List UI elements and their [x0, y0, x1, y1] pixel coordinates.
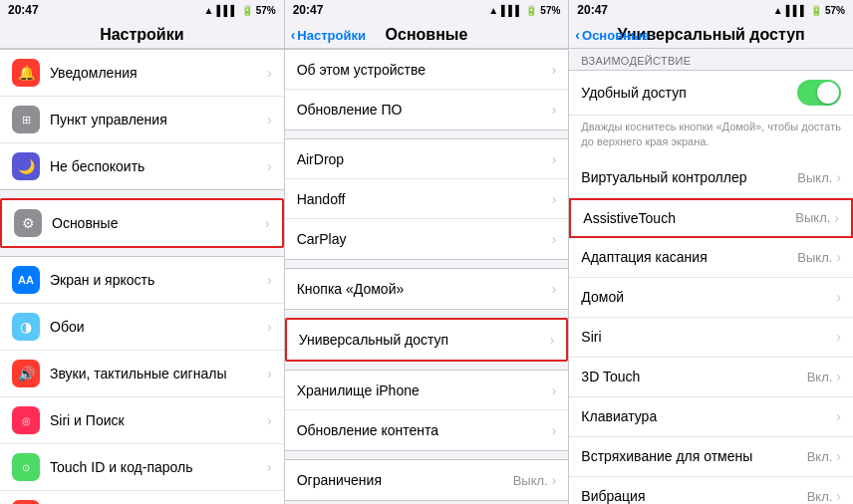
time-1: 20:47 — [8, 3, 39, 17]
wallpaper-label: Обои — [50, 319, 267, 335]
general-group-3: Кнопка «Домой» › — [285, 268, 569, 310]
convenient-toggle[interactable] — [797, 80, 841, 106]
battery-pct-2: 57% — [540, 5, 560, 16]
settings-item-dnd[interactable]: 🌙 Не беспокоить › — [0, 143, 284, 189]
settings-item-control-center[interactable]: ⊞ Пункт управления › — [0, 97, 284, 143]
accessibility-item-shake[interactable]: Встряхивание для отмены Вкл. › — [569, 437, 853, 477]
dnd-label: Не беспокоить — [50, 158, 267, 174]
general-item-storage[interactable]: Хранилище iPhone › — [285, 371, 569, 410]
vibration-value: Вкл. — [807, 489, 833, 504]
siri-label: Siri и Поиск — [50, 412, 267, 428]
accessibility-content: ВЗАИМОДЕЙСТВИЕ Удобный доступ Дважды кос… — [569, 49, 853, 504]
accessibility-item-convenient[interactable]: Удобный доступ — [569, 71, 853, 116]
accessibility-group-1: Удобный доступ Дважды коснитесь кнопки «… — [569, 70, 853, 504]
touch-adapt-value: Выкл. — [797, 250, 832, 265]
assistive-chevron: › — [834, 210, 839, 226]
accessibility-item-home[interactable]: Домой › — [569, 278, 853, 318]
shake-chevron: › — [836, 448, 841, 464]
touchid-icon: ⊙ — [12, 453, 40, 481]
siri-acc-label: Siri — [581, 329, 836, 345]
wallpaper-chevron: › — [267, 319, 272, 335]
settings-item-siri[interactable]: ◎ Siri и Поиск › — [0, 397, 284, 444]
airdrop-label: AirDrop — [297, 151, 552, 167]
general-content: Об этом устройстве › Обновление ПО › Air… — [285, 49, 569, 504]
update-chevron: › — [552, 102, 557, 118]
general-group-5: Хранилище iPhone › Обновление контента › — [285, 370, 569, 451]
settings-item-display[interactable]: AA Экран и яркость › — [0, 257, 284, 304]
general-chevron: › — [265, 215, 270, 231]
3dtouch-chevron: › — [836, 369, 841, 384]
virtual-chevron: › — [836, 169, 841, 185]
accessibility-header: ‹ Основные Универсальный доступ — [569, 20, 853, 49]
carplay-chevron: › — [552, 231, 557, 247]
assistive-label: AssistiveTouch — [583, 210, 795, 226]
keyboard-chevron: › — [836, 408, 841, 424]
general-item-handoff[interactable]: Handoff › — [285, 179, 569, 219]
battery-icon-2: 🔋 — [525, 5, 537, 16]
display-icon: AA — [12, 266, 40, 294]
icons-1: ▲ ▌▌▌ 🔋 57% — [203, 5, 275, 16]
about-label: Об этом устройстве — [297, 62, 552, 78]
wifi-icon-2: ▲ — [488, 5, 498, 16]
restrictions-value: Выкл. — [513, 473, 548, 488]
icons-3: ▲ ▌▌▌ 🔋 57% — [773, 5, 845, 16]
status-bar-3: 20:47 ▲ ▌▌▌ 🔋 57% — [569, 0, 853, 20]
homebutton-chevron: › — [552, 281, 557, 297]
control-center-chevron: › — [267, 112, 272, 127]
vibration-label: Вибрация — [581, 488, 806, 504]
status-bar-1: 20:47 ▲ ▌▌▌ 🔋 57% — [0, 0, 285, 20]
accessibility-back-btn[interactable]: ‹ Основные — [575, 27, 649, 43]
bgrefresh-chevron: › — [552, 422, 557, 438]
general-label: Основные — [52, 215, 265, 231]
settings-item-sounds[interactable]: 🔊 Звуки, тактильные сигналы › — [0, 351, 284, 397]
panel-accessibility: ‹ Основные Универсальный доступ ВЗАИМОДЕ… — [569, 20, 853, 504]
settings-content: 🔔 Уведомления › ⊞ Пункт управления › 🌙 Н… — [0, 49, 284, 504]
general-item-update[interactable]: Обновление ПО › — [285, 90, 569, 129]
accessibility-item-vibration[interactable]: Вибрация Вкл. › — [569, 477, 853, 504]
convenient-description: Дважды коснитесь кнопки «Домой», чтобы д… — [569, 116, 853, 158]
storage-label: Хранилище iPhone — [297, 382, 552, 398]
general-item-carplay[interactable]: CarPlay › — [285, 219, 569, 259]
general-icon: ⚙ — [14, 209, 42, 237]
battery-icon: 🔋 — [241, 5, 253, 16]
about-chevron: › — [552, 62, 557, 78]
settings-item-touchid[interactable]: ⊙ Touch ID и код-пароль › — [0, 444, 284, 491]
settings-title: Настройки — [100, 26, 183, 44]
general-item-homebutton[interactable]: Кнопка «Домой» › — [285, 269, 569, 309]
accessibility-item-assistive[interactable]: AssistiveTouch Выкл. › — [569, 198, 853, 238]
settings-item-general[interactable]: ⚙ Основные › — [2, 200, 282, 246]
settings-group-1: 🔔 Уведомления › ⊞ Пункт управления › 🌙 Н… — [0, 49, 284, 190]
icons-2: ▲ ▌▌▌ 🔋 57% — [488, 5, 560, 16]
storage-chevron: › — [552, 382, 557, 398]
settings-item-sos[interactable]: SOS Экстренный вызов — SOS › — [0, 491, 284, 504]
wifi-icon-3: ▲ — [773, 5, 783, 16]
siri-icon: ◎ — [12, 406, 40, 434]
settings-item-wallpaper[interactable]: ◑ Обои › — [0, 304, 284, 351]
status-bars: 20:47 ▲ ▌▌▌ 🔋 57% 20:47 ▲ ▌▌▌ 🔋 57% 20:4… — [0, 0, 853, 20]
3dtouch-label: 3D Touch — [581, 369, 806, 384]
settings-item-notifications[interactable]: 🔔 Уведомления › — [0, 50, 284, 97]
general-item-airdrop[interactable]: AirDrop › — [285, 139, 569, 179]
general-item-restrictions[interactable]: Ограничения Выкл. › — [285, 460, 569, 500]
touchid-label: Touch ID и код-пароль — [50, 459, 267, 475]
toggle-knob — [817, 82, 839, 104]
accessibility-item-virtual[interactable]: Виртуальный контроллер Выкл. › — [569, 158, 853, 198]
time-3: 20:47 — [577, 3, 608, 17]
sounds-label: Звуки, тактильные сигналы — [50, 366, 267, 381]
accessibility-chevron: › — [550, 332, 555, 348]
accessibility-item-3dtouch[interactable]: 3D Touch Вкл. › — [569, 358, 853, 397]
panel-general: ‹ Настройки Основные Об этом устройстве … — [285, 20, 570, 504]
update-label: Обновление ПО — [297, 102, 552, 118]
general-item-accessibility[interactable]: Универсальный доступ › — [287, 320, 567, 360]
restrictions-chevron: › — [552, 472, 557, 488]
general-back-btn[interactable]: ‹ Настройки — [291, 27, 366, 43]
battery-pct-1: 57% — [256, 5, 276, 16]
general-item-about[interactable]: Об этом устройстве › — [285, 50, 569, 90]
time-2: 20:47 — [293, 3, 324, 17]
settings-header: Настройки — [0, 20, 284, 49]
accessibility-item-keyboard[interactable]: Клавиатура › — [569, 397, 853, 437]
carplay-label: CarPlay — [297, 231, 552, 247]
accessibility-item-siri[interactable]: Siri › — [569, 318, 853, 358]
general-item-bgrefresh[interactable]: Обновление контента › — [285, 410, 569, 450]
accessibility-item-touch-adapt[interactable]: Адаптация касания Выкл. › — [569, 238, 853, 278]
